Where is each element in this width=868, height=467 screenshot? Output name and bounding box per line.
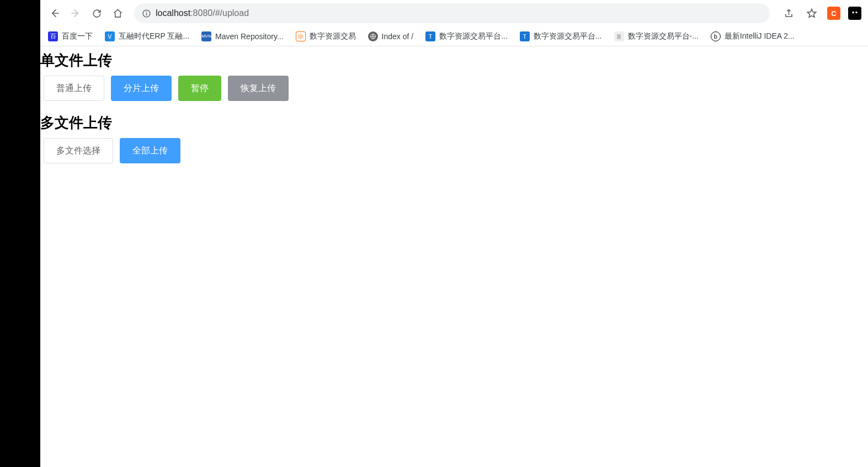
bookmark-icon: T: [425, 31, 435, 41]
multi-file-upload-heading: 多文件上传: [40, 113, 868, 132]
address-text: localhost:8080/#/upload: [156, 8, 249, 18]
multi-file-select-button[interactable]: 多文件选择: [44, 138, 113, 163]
bookmark-icon: b: [711, 31, 721, 41]
bookmark-label: 最新IntelliJ IDEA 2...: [725, 31, 795, 41]
bookmark-icon: MVN: [201, 31, 211, 41]
bookmark-item[interactable]: T 数字资源交易平台...: [424, 29, 509, 44]
forward-button[interactable]: [68, 6, 83, 21]
url-port-path: :8080/#/upload: [190, 8, 249, 18]
bookmark-item[interactable]: ◎ 数字资源交易: [295, 29, 357, 44]
svg-point-2: [146, 11, 147, 12]
bookmark-item[interactable]: V 互融时代ERP 互融...: [104, 29, 190, 44]
chunk-upload-button[interactable]: 分片上传: [111, 76, 172, 101]
url-host: localhost: [156, 8, 190, 18]
upload-all-button[interactable]: 全部上传: [120, 138, 180, 163]
bookmark-label: 数字资源交易平台...: [439, 31, 508, 41]
bookmark-icon: 百: [48, 31, 58, 41]
home-icon: [113, 8, 123, 19]
bookmark-label: 数字资源交易: [310, 31, 356, 41]
left-black-strip: [0, 0, 40, 467]
home-button[interactable]: [110, 6, 125, 21]
share-icon: [784, 8, 794, 19]
extension-c[interactable]: C: [827, 7, 840, 20]
back-button[interactable]: [47, 6, 62, 21]
browser-toolbar: localhost:8080/#/upload C: [40, 0, 868, 26]
svg-rect-3: [851, 9, 859, 18]
bookmark-item[interactable]: Index of /: [367, 29, 415, 44]
bookmark-icon: V: [105, 31, 115, 41]
face-icon: [850, 8, 860, 18]
share-button[interactable]: [781, 6, 796, 21]
arrow-left-icon: [49, 8, 60, 19]
bookmark-label: 数字资源交易平台...: [534, 31, 602, 41]
bookmark-icon: |||: [614, 31, 624, 41]
bookmark-label: Maven Repository...: [215, 32, 283, 41]
svg-point-5: [855, 12, 857, 13]
bookmark-item[interactable]: MVN Maven Repository...: [200, 29, 284, 44]
normal-upload-button[interactable]: 普通上传: [44, 76, 104, 101]
reload-icon: [92, 8, 102, 19]
reload-button[interactable]: [89, 6, 104, 21]
single-file-upload-heading: 单文件上传: [40, 51, 868, 70]
bookmark-label: Index of /: [382, 32, 414, 41]
browser-window: localhost:8080/#/upload C 百 百度一下 V 互融时代E…: [40, 0, 868, 467]
globe-icon: [370, 33, 376, 40]
bookmark-label: 百度一下: [62, 31, 93, 41]
svg-point-4: [852, 12, 854, 13]
bookmark-item[interactable]: b 最新IntelliJ IDEA 2...: [710, 29, 796, 44]
star-icon: [806, 8, 817, 19]
address-bar[interactable]: localhost:8080/#/upload: [134, 3, 770, 23]
bookmark-icon: ◎: [296, 31, 306, 41]
bookmark-label: 互融时代ERP 互融...: [119, 31, 189, 41]
bookmark-item[interactable]: 百 百度一下: [47, 29, 94, 44]
bookmark-icon: T: [520, 31, 530, 41]
bookmarks-bar: 百 百度一下 V 互融时代ERP 互融... MVN Maven Reposit…: [40, 26, 868, 46]
pause-button[interactable]: 暂停: [178, 76, 221, 101]
single-upload-buttons: 普通上传 分片上传 暂停 恢复上传: [40, 76, 868, 101]
bookmark-item[interactable]: ||| 数字资源交易平台-...: [613, 29, 700, 44]
extension-unknown[interactable]: [848, 7, 861, 20]
bookmark-icon: [368, 31, 378, 41]
bookmark-star-button[interactable]: [804, 6, 819, 21]
resume-upload-button[interactable]: 恢复上传: [228, 76, 289, 101]
multi-upload-buttons: 多文件选择 全部上传: [40, 138, 868, 163]
extension-c-label: C: [831, 9, 836, 18]
bookmark-item[interactable]: T 数字资源交易平台...: [519, 29, 603, 44]
bookmark-label: 数字资源交易平台-...: [628, 31, 699, 41]
arrow-right-icon: [70, 8, 81, 19]
page-content: 单文件上传 普通上传 分片上传 暂停 恢复上传 多文件上传 多文件选择 全部上传: [40, 46, 868, 467]
toolbar-right: C: [781, 6, 861, 21]
info-icon: [142, 9, 151, 18]
